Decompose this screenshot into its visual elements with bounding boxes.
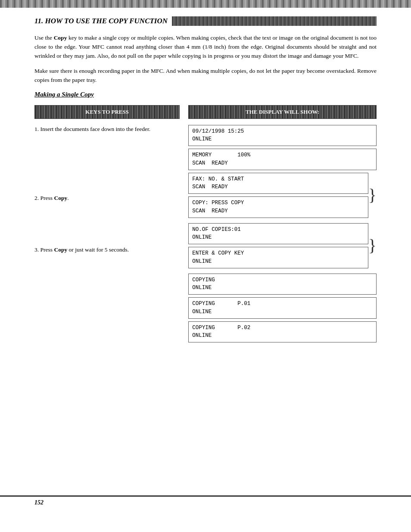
spacer-2	[34, 211, 180, 246]
brace-boxes-1: FAX: NO. & START SCAN READY COPY: PRESS …	[188, 173, 368, 218]
step-2-copy-bold: Copy	[54, 195, 67, 201]
display-box-9: COPYING P.02 ONLINE	[188, 321, 377, 343]
brace-boxes-2: NO.OF COPIES:01 ONLINE ENTER & COPY KEY …	[188, 223, 368, 268]
display-box-7: COPYING ONLINE	[188, 274, 377, 295]
display-box-2: MEMORY 100% SCAN READY	[188, 149, 377, 170]
brace-symbol-1: }	[367, 173, 377, 218]
body-paragraph-1: Use the Copy key to make a single copy o…	[34, 34, 377, 61]
display-boxes-container: 09/12/1998 15:25 ONLINE MEMORY 100% SCAN…	[188, 125, 377, 343]
step-3-copy-bold: Copy	[54, 246, 67, 253]
display-box-8: COPYING P.01 ONLINE	[188, 297, 377, 319]
display-box-6: ENTER & COPY KEY ONLINE	[188, 247, 368, 268]
brace-group-1: FAX: NO. & START SCAN READY COPY: PRESS …	[188, 173, 377, 218]
display-box-3: FAX: NO. & START SCAN READY	[188, 173, 368, 194]
top-decorative-bar	[0, 0, 411, 8]
chapter-title: 11. HOW TO USE THE COPY FUNCTION	[34, 17, 168, 25]
body-paragraph-2: Make sure there is enough recording pape…	[34, 67, 377, 85]
page-number: 152	[0, 499, 411, 506]
display-column-header: THE DISPLAY WILL SHOW:	[188, 105, 377, 119]
chapter-heading: 11. HOW TO USE THE COPY FUNCTION	[34, 16, 377, 26]
bottom-area: 152	[0, 478, 411, 506]
display-box-1: 09/12/1998 15:25 ONLINE	[188, 125, 377, 146]
brace-symbol-2: }	[367, 223, 377, 268]
instructions-table: KEYS TO PRESS 1. Insert the documents fa…	[34, 105, 377, 343]
display-box-5: NO.OF COPIES:01 ONLINE	[188, 223, 368, 245]
page-container: 11. HOW TO USE THE COPY FUNCTION Use the…	[0, 0, 411, 532]
content-area: 11. HOW TO USE THE COPY FUNCTION Use the…	[0, 16, 411, 342]
left-column: KEYS TO PRESS 1. Insert the documents fa…	[34, 105, 188, 343]
spacer-1	[34, 142, 180, 194]
copy-key-bold: Copy	[54, 34, 67, 41]
step-1-number: 1.	[34, 126, 40, 132]
display-box-4: COPY: PRESS COPY SCAN READY	[188, 196, 368, 218]
step-3: 3. Press Copy or just wait for 5 seconds…	[34, 246, 180, 254]
step-2: 2. Press Copy.	[34, 194, 180, 202]
right-column: THE DISPLAY WILL SHOW: 09/12/1998 15:25 …	[188, 105, 377, 343]
heading-bar-decoration	[172, 16, 377, 26]
bottom-bar	[0, 495, 411, 497]
brace-group-2: NO.OF COPIES:01 ONLINE ENTER & COPY KEY …	[188, 223, 377, 268]
keys-column-header: KEYS TO PRESS	[34, 105, 180, 119]
step-1: 1. Insert the documents face down into t…	[34, 125, 180, 134]
section-subheading: Making a Single Copy	[34, 91, 377, 98]
